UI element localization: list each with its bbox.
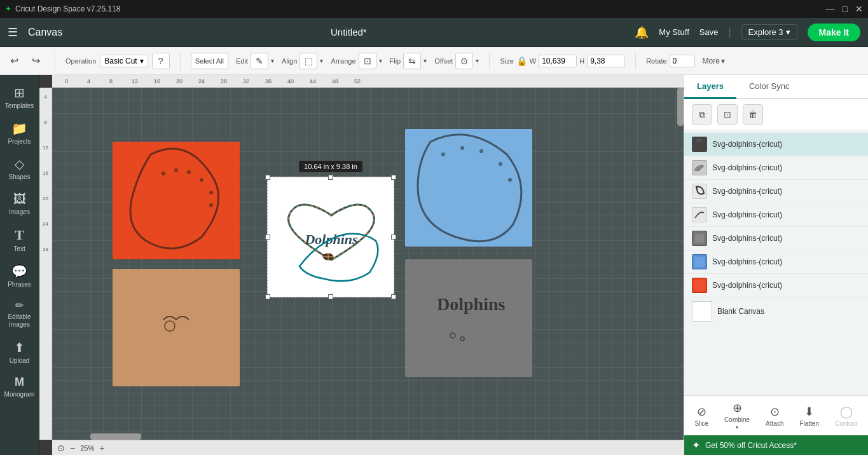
- images-icon: 🖼: [13, 192, 26, 207]
- svg-point-1: [174, 168, 178, 172]
- undo-button[interactable]: ↩: [5, 53, 23, 69]
- tab-layers[interactable]: Layers: [684, 75, 736, 99]
- edit-button[interactable]: ✎: [251, 53, 268, 69]
- redo-button[interactable]: ↪: [27, 53, 45, 69]
- rotate-group: Rotate: [646, 55, 694, 67]
- layer-item-3[interactable]: Svg-dolphins-(cricut): [684, 180, 868, 203]
- selected-object[interactable]: 10.64 in x 9.38 in: [267, 177, 394, 297]
- sidebar-item-phrases[interactable]: 💬 Phrases: [0, 259, 39, 293]
- layer-item-6[interactable]: Svg-dolphins-(cricut): [684, 250, 868, 274]
- zoom-plus-button[interactable]: +: [99, 443, 104, 453]
- horizontal-scrollbar[interactable]: [90, 433, 141, 440]
- my-stuff-button[interactable]: My Stuff: [659, 27, 689, 37]
- layer-item-2[interactable]: Svg-dolphins-(cricut): [684, 156, 868, 180]
- sidebar-item-templates[interactable]: ⊞ Templates: [0, 80, 39, 114]
- vertical-scrollbar[interactable]: [677, 88, 684, 126]
- rotate-input[interactable]: [670, 55, 695, 67]
- ruler-left-mark-4: 4: [44, 94, 46, 100]
- orange-rect-object[interactable]: [113, 142, 240, 259]
- tab-color-sync[interactable]: Color Sync: [736, 75, 803, 99]
- canvas-area[interactable]: 0 4 8 12 16 20 24 28 32 36 40 44 48 52 4…: [39, 75, 684, 455]
- gray-rect-object[interactable]: Dolphins: [405, 259, 532, 377]
- width-input[interactable]: [539, 55, 577, 67]
- layer-item-5[interactable]: Svg-dolphins-(cricut): [684, 227, 868, 250]
- titlebar: ✦ Cricut Design Space v7.25.118 — □ ✕: [0, 0, 868, 18]
- flatten-tool[interactable]: ⬇ Flatten: [799, 405, 819, 427]
- sidebar-item-images[interactable]: 🖼 Images: [0, 187, 39, 221]
- sidebar-item-label: Editable Images: [3, 313, 36, 329]
- make-it-button[interactable]: Make It: [808, 24, 860, 41]
- sidebar-item-projects[interactable]: 📁 Projects: [0, 116, 39, 150]
- flatten-icon: ⬇: [804, 405, 814, 419]
- combine-tool[interactable]: ⊕ Combine ▾: [724, 401, 750, 430]
- layer-item-7[interactable]: Svg-dolphins-(cricut): [684, 274, 868, 297]
- layer-item-1[interactable]: Svg-dolphins-(cricut): [684, 133, 868, 156]
- tan-rect-object[interactable]: [113, 269, 240, 386]
- pipe-divider: |: [728, 27, 731, 38]
- layers-group-button[interactable]: ⊡: [717, 104, 738, 125]
- sidebar-item-text[interactable]: T Text: [0, 222, 39, 257]
- offset-button[interactable]: ⊙: [455, 53, 473, 69]
- contour-tool[interactable]: ◯ Contour: [835, 405, 858, 427]
- editable-images-icon: ✏: [15, 299, 24, 311]
- svg-point-8: [460, 146, 464, 150]
- slice-label: Slice: [694, 420, 708, 427]
- close-button[interactable]: ✕: [855, 4, 863, 14]
- ruler-mark-40: 40: [287, 78, 294, 85]
- notification-bell-icon[interactable]: 🔔: [635, 25, 649, 39]
- edit-group: Edit ✎ ▾: [236, 53, 274, 69]
- sidebar-item-editable-images[interactable]: ✏ Editable Images: [0, 294, 39, 334]
- ruler-mark-52: 52: [354, 78, 361, 85]
- sidebar-item-upload[interactable]: ⬆ Upload: [0, 335, 39, 369]
- operation-help-button[interactable]: ?: [152, 53, 170, 69]
- layer-thumb-4: [692, 207, 707, 222]
- attach-label: Attach: [766, 420, 783, 427]
- hamburger-menu-icon[interactable]: ☰: [8, 25, 18, 39]
- sidebar-item-shapes[interactable]: ◇ Shapes: [0, 151, 39, 186]
- layer-name-5: Svg-dolphins-(cricut): [712, 234, 782, 243]
- layer-item-4[interactable]: Svg-dolphins-(cricut): [684, 203, 868, 227]
- explore-button[interactable]: Explore 3 ▾: [741, 24, 797, 40]
- blue-rect-object[interactable]: [405, 129, 532, 247]
- titlebar-controls[interactable]: — □ ✕: [826, 4, 863, 14]
- more-button[interactable]: More ▾: [703, 57, 725, 65]
- save-button[interactable]: Save: [699, 27, 719, 37]
- header-right: 🔔 My Stuff Save | Explore 3 ▾ Make It: [635, 24, 860, 41]
- explore-chevron-icon: ▾: [786, 27, 790, 37]
- rotate-label: Rotate: [646, 57, 666, 65]
- canvas-content[interactable]: Dolphins 10.64 in x 9.38 in: [52, 88, 684, 440]
- layer-4-thumb-svg: [692, 208, 706, 222]
- select-all-button[interactable]: Select All: [191, 53, 228, 69]
- height-input[interactable]: [587, 55, 625, 67]
- layers-delete-button[interactable]: 🗑: [743, 104, 763, 125]
- layer-name-6: Svg-dolphins-(cricut): [712, 257, 782, 266]
- layer-name-7: Svg-dolphins-(cricut): [712, 281, 782, 290]
- templates-icon: ⊞: [14, 85, 25, 100]
- maximize-button[interactable]: □: [843, 4, 848, 14]
- ruler-left-mark-8: 8: [44, 119, 46, 125]
- toolbar-divider-1: [55, 52, 55, 70]
- sidebar-item-monogram[interactable]: M Monogram: [0, 370, 39, 403]
- zoom-circle-button[interactable]: ⊙: [57, 443, 65, 453]
- minimize-button[interactable]: —: [826, 4, 835, 14]
- slice-tool[interactable]: ⊘ Slice: [694, 405, 708, 427]
- operation-select[interactable]: Basic Cut ▾: [100, 55, 148, 67]
- align-button[interactable]: ⬚: [300, 53, 317, 69]
- zoom-minus-button[interactable]: −: [70, 443, 75, 453]
- operation-section: Operation Basic Cut ▾ ?: [65, 53, 170, 69]
- arrange-button[interactable]: ⊡: [359, 53, 376, 69]
- phrases-icon: 💬: [11, 264, 27, 279]
- duplicate-icon: ⧉: [699, 109, 705, 120]
- promo-bar[interactable]: ✦ Get 50% off Cricut Access*: [684, 435, 868, 455]
- layer-6-thumb-svg: [692, 255, 706, 269]
- toolbar-divider-4: [635, 52, 636, 70]
- delete-icon: 🗑: [748, 109, 757, 119]
- align-chevron-icon: ▾: [320, 57, 323, 64]
- blank-canvas-item[interactable]: Blank Canvas: [684, 297, 868, 325]
- layers-duplicate-button[interactable]: ⧉: [692, 104, 712, 125]
- projects-icon: 📁: [11, 121, 27, 136]
- attach-tool[interactable]: ⊙ Attach: [766, 405, 783, 427]
- layer-name-4: Svg-dolphins-(cricut): [712, 210, 782, 219]
- flip-button[interactable]: ⇆: [403, 53, 421, 69]
- monogram-icon: M: [15, 376, 24, 389]
